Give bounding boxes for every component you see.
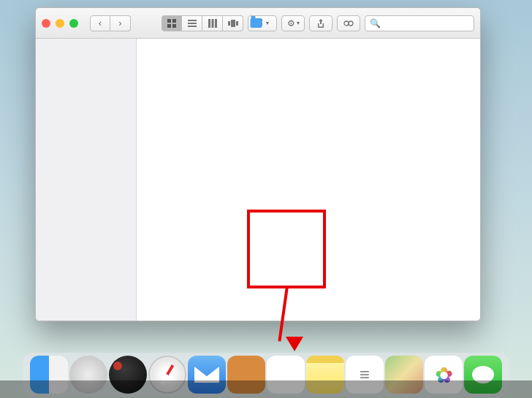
gear-icon: ⚙	[287, 18, 295, 28]
tags-button[interactable]	[337, 15, 360, 31]
search-icon: 🔍	[370, 18, 381, 28]
svg-rect-9	[215, 19, 217, 28]
sidebar	[36, 39, 137, 321]
columns-icon	[208, 19, 217, 28]
svg-rect-2	[167, 24, 171, 28]
svg-rect-10	[228, 21, 230, 26]
svg-point-17	[344, 21, 349, 26]
action-dropdown[interactable]: ⚙▾	[281, 15, 305, 31]
content-area[interactable]	[137, 39, 480, 321]
svg-rect-11	[231, 20, 235, 27]
minimize-icon[interactable]	[56, 19, 64, 28]
search-input[interactable]	[384, 18, 469, 28]
close-icon[interactable]	[42, 19, 50, 28]
coverflow-icon	[228, 20, 238, 27]
folder-icon	[251, 18, 262, 28]
titlebar: ‹ › ▾	[36, 8, 480, 39]
nav-buttons: ‹ ›	[90, 15, 131, 31]
svg-rect-12	[236, 21, 238, 26]
share-icon	[316, 19, 325, 28]
svg-rect-3	[172, 24, 176, 28]
list-icon	[188, 19, 197, 28]
search-field[interactable]: 🔍	[365, 15, 474, 31]
finder-window: ‹ › ▾	[35, 7, 481, 321]
svg-rect-0	[167, 19, 171, 23]
grid-icon	[167, 19, 176, 28]
maximize-icon[interactable]	[69, 19, 78, 28]
chevron-down-icon: ▾	[297, 20, 300, 26]
coverflow-view-button[interactable]	[223, 15, 243, 31]
forward-button[interactable]: ›	[110, 15, 131, 31]
svg-rect-6	[188, 26, 197, 27]
back-button[interactable]: ‹	[90, 15, 110, 31]
chevron-down-icon: ▾	[266, 20, 269, 26]
svg-rect-8	[211, 19, 213, 28]
svg-rect-5	[188, 23, 197, 24]
list-view-button[interactable]	[182, 15, 202, 31]
share-button[interactable]	[309, 15, 332, 31]
traffic-lights	[42, 19, 78, 28]
view-mode-selector	[162, 15, 243, 31]
column-view-button[interactable]	[202, 15, 223, 31]
svg-rect-7	[208, 19, 210, 28]
caption-bar	[0, 380, 532, 398]
icon-view-button[interactable]	[162, 15, 182, 31]
svg-rect-1	[172, 19, 176, 23]
window-title	[251, 18, 266, 28]
svg-point-18	[349, 21, 353, 26]
tag-icon	[343, 19, 354, 28]
svg-rect-4	[188, 20, 197, 21]
